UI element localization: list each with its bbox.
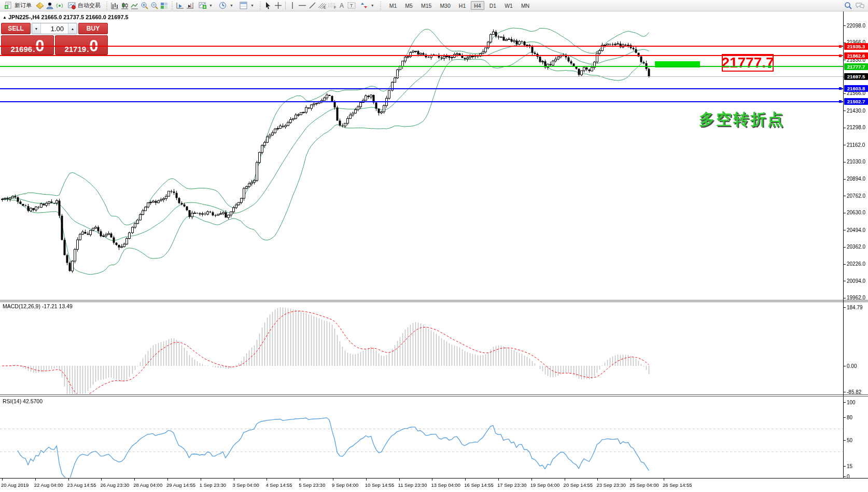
horizontal-line[interactable] [0, 46, 843, 47]
macd-axis-tick [844, 392, 846, 392]
time-axis-tick [101, 479, 102, 481]
macd-label: MACD(12,26,9) -17.21 13.49 [3, 303, 73, 309]
time-axis-tick [432, 479, 432, 481]
pane-splitter-rsi[interactable] [0, 394, 868, 397]
time-axis-tick [366, 479, 367, 481]
horizontal-line[interactable] [0, 55, 843, 56]
pane-splitter-macd[interactable] [0, 300, 868, 302]
chart-overlay [0, 0, 868, 492]
line-anchor-square[interactable] [839, 100, 842, 103]
one-click-trading-panel: SELL ▼ 1.00 ▲ BUY 21696.0 21719.0 [1, 23, 108, 55]
time-axis-tick [597, 479, 598, 481]
volume-increase-button[interactable]: ▲ [68, 23, 77, 34]
time-axis-label[interactable]: 1 Sep 23:30 [200, 482, 226, 488]
line-anchor-square[interactable] [839, 45, 842, 48]
price-tag: 21935.3 [844, 43, 868, 50]
horizontal-line[interactable] [0, 66, 843, 67]
price-callout-label[interactable]: 21777.7 [722, 54, 774, 72]
volume-stepper: ▼ 1.00 ▲ [32, 23, 77, 34]
rsi-axis-tick [844, 466, 846, 467]
time-axis-tick [565, 479, 565, 481]
horizontal-line[interactable] [0, 88, 843, 89]
line-anchor-square[interactable] [839, 54, 842, 57]
price-axis-label: 21030.0 [847, 159, 865, 165]
price-axis-tick [844, 196, 846, 196]
time-axis-label[interactable]: 9 Sep 04:00 [332, 482, 358, 488]
time-axis-tick [201, 479, 201, 481]
price-axis-label: 20762.0 [847, 193, 865, 199]
macd-axis-label: 0.00 [847, 363, 857, 369]
symbol-info: ▲JPN225-,H4 21665.0 21737.5 21660.0 2169… [3, 14, 129, 20]
symbol-ohlc-text: JPN225-,H4 21665.0 21737.5 21660.0 21697… [8, 14, 129, 20]
price-tag: 21862.6 [844, 52, 868, 59]
time-axis-tick [35, 479, 36, 481]
time-axis-tick [531, 479, 532, 481]
line-anchor-square[interactable] [768, 65, 771, 68]
time-axis-label[interactable]: 13 Sep 04:00 [431, 482, 460, 488]
time-axis-label[interactable]: 10 Sep 14:55 [365, 482, 395, 488]
line-anchor-square[interactable] [839, 87, 842, 90]
price-axis-tick [844, 25, 846, 26]
time-axis-tick [234, 479, 234, 481]
time-axis-tick [2, 479, 3, 481]
time-axis-label[interactable]: 23 Aug 14:55 [67, 482, 96, 488]
time-axis-label[interactable]: 16 Sep 14:55 [464, 482, 494, 488]
time-axis-label[interactable]: 17 Sep 23:30 [497, 482, 527, 488]
volume-value[interactable]: 1.00 [41, 23, 68, 34]
sell-button[interactable]: SELL [1, 23, 31, 34]
price-tag: 21603.8 [844, 85, 868, 92]
sell-price-display[interactable]: 21696.0 [1, 35, 54, 55]
time-axis-tick [68, 479, 69, 481]
price-axis-label: 20362.0 [847, 244, 865, 250]
rsi-label: RSI(14) 42.5700 [3, 398, 43, 404]
time-axis-border [0, 478, 868, 479]
time-axis-label[interactable]: 25 Sep 04:00 [629, 482, 659, 488]
price-axis-label: 22098.0 [847, 23, 865, 29]
time-axis-tick [631, 479, 631, 481]
rsi-axis-tick [844, 476, 846, 477]
macd-axis-tick [844, 366, 846, 366]
rsi-axis-tick [844, 417, 846, 418]
price-axis-tick [844, 230, 846, 230]
price-axis-tick [844, 213, 846, 213]
price-axis-tick [844, 281, 846, 281]
price-axis-label: 21162.0 [847, 142, 865, 148]
horizontal-line[interactable] [0, 101, 843, 102]
time-axis-label[interactable]: 20 Sep 14:55 [564, 482, 593, 488]
time-axis-tick [167, 479, 168, 481]
mt4-window: 新订单 自动交易 [0, 0, 868, 492]
horizontal-line[interactable] [0, 76, 843, 77]
price-axis-label: 20094.0 [847, 278, 865, 284]
time-axis-tick [134, 479, 135, 481]
time-axis-label[interactable]: 5 Sep 23:30 [299, 482, 325, 488]
volume-decrease-button[interactable]: ▼ [32, 23, 41, 34]
collapse-arrow-icon[interactable]: ▲ [3, 15, 7, 20]
time-axis-label[interactable]: 26 Aug 23:30 [100, 482, 129, 488]
price-axis-label: 21298.0 [847, 125, 865, 130]
price-axis-label: 20226.0 [847, 261, 865, 267]
buy-price-display[interactable]: 21719.0 [55, 35, 108, 55]
time-axis-label[interactable]: 29 Aug 14:55 [166, 482, 195, 488]
time-axis-label[interactable]: 11 Sep 23:30 [398, 482, 427, 488]
price-axis-tick [844, 60, 846, 60]
time-axis-label[interactable]: 26 Sep 14:55 [663, 482, 692, 488]
time-axis-tick [333, 479, 333, 481]
time-axis-label[interactable]: 28 Aug 04:00 [133, 482, 162, 488]
price-axis-label: 20894.0 [847, 176, 865, 182]
time-axis-tick [267, 479, 267, 481]
time-axis-label[interactable]: 23 Sep 23:30 [596, 482, 626, 488]
time-axis-label[interactable]: 3 Sep 04:00 [233, 482, 259, 488]
buy-button[interactable]: BUY [78, 23, 108, 34]
price-axis-tick [844, 179, 846, 180]
turning-point-annotation[interactable]: 多空转折点 [699, 109, 785, 130]
price-axis-label: 21430.0 [847, 108, 865, 114]
time-axis-label[interactable]: 20 Aug 2019 [1, 482, 29, 488]
price-axis-tick [844, 162, 846, 162]
time-axis-label[interactable]: 22 Aug 04:00 [34, 482, 63, 488]
time-axis-label[interactable]: 4 Sep 14:55 [265, 482, 292, 488]
time-axis-label[interactable]: 19 Sep 04:00 [530, 482, 560, 488]
price-axis-border [843, 11, 844, 478]
price-axis-tick [844, 247, 846, 248]
macd-axis-tick [844, 307, 846, 308]
price-axis-tick [844, 128, 846, 128]
